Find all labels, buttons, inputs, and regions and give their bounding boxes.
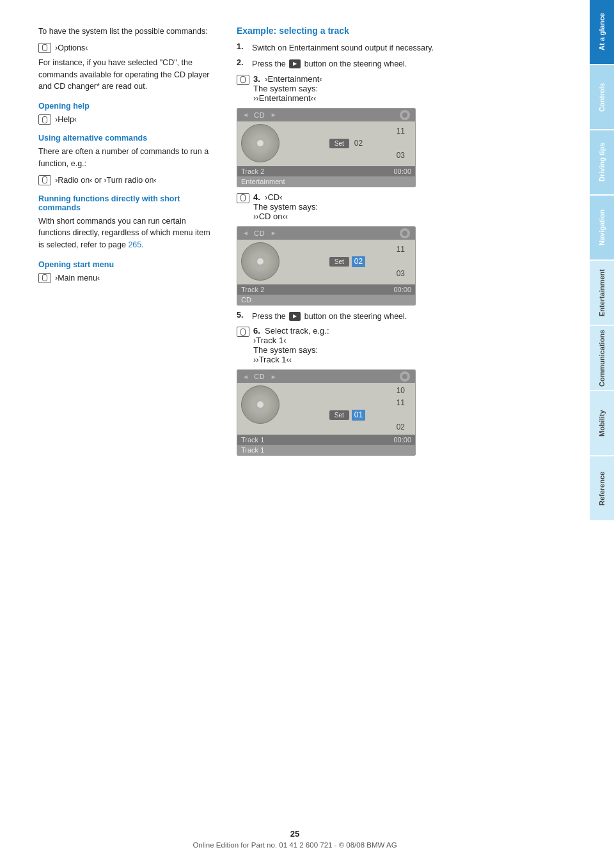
step-2-text: Press the button on the steering wheel. [252,58,407,70]
for-instance-text: For instance, if you have selected "CD",… [38,57,217,93]
tab-at-a-glance[interactable]: At a glance [590,0,614,64]
cd-top-bar-2: ◄ CD ► [237,227,415,240]
cd-bottom-1: Entertainment [237,176,415,187]
cd-disc-3 [241,385,279,424]
cd-screen-2: ◄ CD ► 11 Set 02 [237,226,416,306]
cd-body-3: 10 11 Set 01 02 [237,383,415,435]
cd-tracks-3: 10 11 Set 01 02 [283,385,411,432]
voice-icon-radio [38,175,51,185]
cd-bottom-2: CD [237,295,415,305]
intro-text: To have the system list the possible com… [38,26,217,38]
example-heading: Example: selecting a track [237,26,558,36]
tab-entertainment[interactable]: Entertainment [590,261,614,325]
tab-controls[interactable]: Controls [590,65,614,129]
left-column: To have the system list the possible com… [38,26,217,830]
section-opening-help: Opening help [38,102,217,111]
step-5-num: 5. [237,311,252,320]
voice-icon-options [38,43,51,53]
tab-mobility[interactable]: Mobility [590,391,614,455]
cd-screen-1: ◄ CD ► 11 Set 02 [237,108,416,187]
right-column: Example: selecting a track 1. Switch on … [237,26,558,830]
cd-body-2: 11 Set 02 03 [237,240,415,284]
cmd-help: ›Help‹ [38,114,217,125]
step-2-num: 2. [237,58,252,67]
step-6-content: 6. Select track, e.g.: ›Track 1‹ The sys… [253,326,329,364]
voice-icon-step3 [237,75,249,85]
voice-icon-mainmenu [38,273,51,283]
step-6-num: 6. [253,326,260,336]
cd-footer-3: Track 1 00:00 [237,435,415,445]
cd-tracks-1: 11 Set 02 03 [283,124,411,164]
section-opening-start: Opening start menu [38,260,217,269]
cd-disc-1 [241,124,279,162]
cd-footer-2: Track 2 00:00 [237,284,415,295]
cd-footer-1: Track 2 00:00 [237,166,415,176]
step-3-content: 3. ›Entertainment‹ The system says: ››En… [253,74,322,103]
cd-top-bar-3: ◄ CD ► [237,370,415,383]
voice-icon-step6 [237,327,249,337]
voice-icon-help [38,114,51,125]
cmd-main-menu: ›Main menu‹ [38,273,217,283]
cmd-radio: ›Radio on‹ or ›Turn radio on‹ [38,175,217,185]
step-4-num: 4. [253,192,260,202]
right-sidebar: At a glance Controls Driving tips Naviga… [590,0,614,868]
tab-navigation[interactable]: Navigation [590,196,614,260]
step-4: 4. ›CD‹ The system says: ››CD on‹‹ [237,192,558,221]
steering-wheel-button-icon-2 [289,312,301,321]
cd-bottom-3: Track 1 [237,445,415,455]
cmd-options: ›Options‹ [38,43,217,53]
using-alt-text: There are often a number of commands to … [38,146,217,170]
tab-communications[interactable]: Communications [590,326,614,390]
cd-body-1: 11 Set 02 03 [237,121,415,166]
tab-driving-tips[interactable]: Driving tips [590,130,614,194]
step-3: 3. ›Entertainment‹ The system says: ››En… [237,74,558,103]
steering-wheel-button-icon [289,59,301,68]
cd-disc-2 [241,242,279,281]
voice-icon-step4 [237,193,249,203]
page-number: 25 [0,829,590,839]
section-using-alt: Using alternative commands [38,134,217,143]
step-5-text: Press the button on the steering wheel. [252,311,407,323]
page-link-265[interactable]: 265 [128,240,141,249]
cd-tracks-2: 11 Set 02 03 [283,242,411,282]
cd-screen-3: ◄ CD ► 10 11 Set [237,369,416,456]
section-running-short: Running functions directly with short co… [38,194,217,212]
footer-text: Online Edition for Part no. 01 41 2 600 … [193,841,397,849]
step-5: 5. Press the button on the steering whee… [237,311,558,323]
step-1-num: 1. [237,42,252,51]
step-2: 2. Press the button on the steering whee… [237,58,558,70]
step-4-content: 4. ›CD‹ The system says: ››CD on‹‹ [253,192,318,221]
step-1-text: Switch on Entertainment sound output if … [252,42,434,54]
page-footer: 25 Online Edition for Part no. 01 41 2 6… [0,829,590,849]
step-6: 6. Select track, e.g.: ›Track 1‹ The sys… [237,326,558,364]
step-1: 1. Switch on Entertainment sound output … [237,42,558,54]
step-3-num: 3. [253,74,260,84]
tab-reference[interactable]: Reference [590,456,614,520]
cd-top-bar-1: ◄ CD ► [237,109,415,121]
running-short-text: With short commands you can run certain … [38,215,217,251]
